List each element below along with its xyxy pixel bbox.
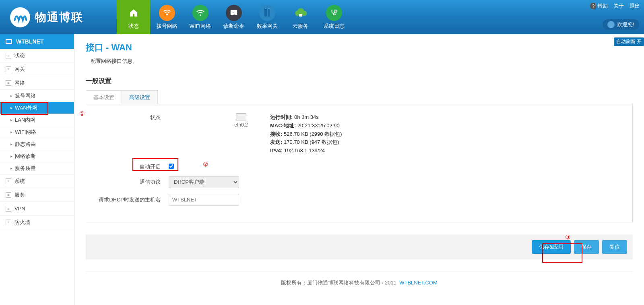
hostname-label: 请求DHCP时发送的主机名 <box>94 196 169 203</box>
svg-point-1 <box>200 14 201 16</box>
svg-rect-6 <box>265 8 266 9</box>
topnav-diag[interactable]: >_ 诊断命令 <box>217 0 250 34</box>
svg-point-0 <box>166 13 168 15</box>
svg-text:>_: >_ <box>231 10 235 14</box>
sidebar-item-gateway[interactable]: 网关 <box>0 62 74 76</box>
avatar-icon <box>607 21 615 28</box>
page-title: 接口 - WAN <box>86 41 633 54</box>
sidebar: WTBLNET 状态 网关 网络 拨号网络 WAN外网 LAN内网 WIFI网络… <box>0 34 74 305</box>
auto-start-checkbox[interactable] <box>169 164 174 169</box>
tab-content: 状态 eth0.2 运行时间: 0h 3m 34s MAC-地址: 20:21:… <box>86 104 633 222</box>
logo-block: 物通博联 <box>0 0 117 34</box>
monitor-icon <box>6 39 12 44</box>
protocol-label: 通信协议 <box>94 178 169 186</box>
save-button[interactable]: 保存 <box>574 240 599 254</box>
welcome-pill: 欢迎您! <box>603 19 639 30</box>
button-bar: 保存&应用 保存 复位 <box>86 234 633 259</box>
interface-box: eth0.2 <box>225 113 257 128</box>
ethernet-icon <box>236 113 246 120</box>
topnav: 状态 拨号网络 WIFI网络 >_ 诊断命令 数采网关 <box>117 0 351 34</box>
logo-icon <box>10 7 30 27</box>
reset-button[interactable]: 复位 <box>602 240 627 254</box>
topnav-label: 状态 <box>128 23 139 30</box>
footer-separator <box>86 272 633 272</box>
header-right-links: ?帮助 关于 退出 <box>590 2 640 10</box>
annotation-number-3: ③ <box>565 234 570 241</box>
status-values: 运行时间: 0h 3m 34s MAC-地址: 20:21:33:25:02:9… <box>270 113 342 155</box>
list-icon <box>6 192 11 198</box>
terminal-icon: >_ <box>226 5 242 21</box>
svg-rect-7 <box>268 8 270 9</box>
list-icon <box>6 66 11 72</box>
sidebar-item-vpn[interactable]: VPN <box>0 202 74 216</box>
question-icon: ? <box>590 3 597 9</box>
sidebar-item-firewall[interactable]: 防火墙 <box>0 216 74 229</box>
list-icon <box>6 80 11 86</box>
signal-icon <box>159 5 175 21</box>
sidebar-item-services[interactable]: 服务 <box>0 188 74 202</box>
sidebar-sub-wan[interactable]: WAN外网 <box>0 102 74 114</box>
tabs: 基本设置 高级设置 <box>86 90 158 104</box>
topnav-cloud[interactable]: 云服务 <box>284 0 317 34</box>
sidebar-sub-diag[interactable]: 网络诊断 <box>0 150 74 162</box>
logout-link[interactable]: 退出 <box>630 2 640 10</box>
page-subtitle: 配置网络接口信息。 <box>91 58 633 65</box>
section-heading: 一般设置 <box>86 77 633 85</box>
help-link[interactable]: ?帮助 <box>590 2 608 10</box>
topnav-dial[interactable]: 拨号网络 <box>150 0 184 34</box>
save-apply-button[interactable]: 保存&应用 <box>532 240 571 254</box>
brand-text: 物通博联 <box>35 10 83 25</box>
topnav-syslog[interactable]: 系统日志 <box>317 0 351 34</box>
list-icon <box>6 206 11 212</box>
sidebar-item-system[interactable]: 系统 <box>0 174 74 188</box>
topnav-status[interactable]: 状态 <box>117 0 150 34</box>
list-icon <box>6 53 11 58</box>
stethoscope-icon <box>326 5 342 21</box>
topnav-wifi[interactable]: WIFI网络 <box>184 0 217 34</box>
hostname-row: 请求DHCP时发送的主机名 <box>94 194 624 206</box>
sidebar-item-network[interactable]: 网络 <box>0 76 74 90</box>
about-link[interactable]: 关于 <box>613 2 624 10</box>
main: ① 自动刷新 开 接口 - WAN 配置网络接口信息。 一般设置 基本设置 高级… <box>74 34 644 305</box>
topnav-label: 诊断命令 <box>223 23 244 30</box>
auto-start-row: 自动开启 <box>94 163 624 170</box>
tab-basic[interactable]: 基本设置 <box>86 91 122 104</box>
cloud-icon <box>293 5 309 21</box>
list-icon <box>6 220 11 225</box>
footer: 版权所有：厦门物通博联网络科技有限公司 · 2011 WTBLNET.COM <box>86 279 633 286</box>
sidebar-sub-lan[interactable]: LAN内网 <box>0 114 74 126</box>
sidebar-item-status[interactable]: 状态 <box>0 49 74 62</box>
topnav-label: 拨号网络 <box>157 23 178 30</box>
sidebar-sub-wifi[interactable]: WIFI网络 <box>0 126 74 138</box>
sidebar-title: WTBLNET <box>0 34 74 49</box>
welcome-text: 欢迎您! <box>617 21 634 28</box>
topnav-label: 云服务 <box>293 23 308 30</box>
protocol-row: 通信协议 DHCP客户端 <box>94 176 624 188</box>
home-icon <box>126 5 142 21</box>
wifi-icon <box>192 5 208 21</box>
status-label: 状态 <box>94 113 169 121</box>
list-icon <box>6 178 11 184</box>
topnav-label: 数采网关 <box>257 23 278 30</box>
sidebar-sub-dial[interactable]: 拨号网络 <box>0 90 74 102</box>
hostname-input[interactable] <box>169 194 239 206</box>
footer-link[interactable]: WTBLNET.COM <box>399 280 438 286</box>
autorefresh-toggle[interactable]: 自动刷新 开 <box>614 37 644 46</box>
header: 物通博联 状态 拨号网络 WIFI网络 >_ 诊断命令 <box>0 0 644 34</box>
protocol-select[interactable]: DHCP客户端 <box>169 176 239 188</box>
sidebar-sub-route[interactable]: 静态路由 <box>0 138 74 150</box>
auto-start-label: 自动开启 <box>94 163 169 170</box>
tab-advanced[interactable]: 高级设置 <box>122 91 158 104</box>
layout: WTBLNET 状态 网关 网络 拨号网络 WAN外网 LAN内网 WIFI网络… <box>0 34 644 305</box>
annotation-number-1: ① <box>79 110 85 117</box>
topnav-label: 系统日志 <box>324 23 345 30</box>
topnav-label: WIFI网络 <box>190 23 211 30</box>
server-icon <box>259 5 275 21</box>
status-row: 状态 eth0.2 运行时间: 0h 3m 34s MAC-地址: 20:21:… <box>94 113 624 155</box>
annotation-number-2: ② <box>203 161 208 168</box>
topnav-gateway[interactable]: 数采网关 <box>250 0 284 34</box>
sidebar-sub-qos[interactable]: 服务质量 <box>0 162 74 174</box>
svg-rect-8 <box>299 14 302 17</box>
